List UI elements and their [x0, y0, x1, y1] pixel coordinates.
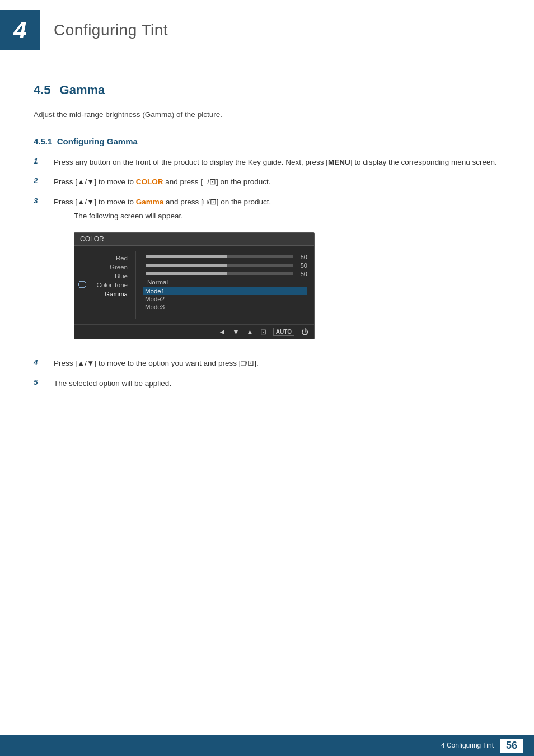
- slider-fill-red: [146, 255, 227, 258]
- steps-list: 1 Press any button on the front of the p…: [34, 156, 500, 390]
- menu-right: 50 50: [136, 251, 314, 319]
- step-3-text: Press [▲/▼] to move to Gamma and press […: [54, 198, 271, 206]
- section-heading: 4.5 Gamma: [34, 83, 500, 97]
- slider-bar-blue: [146, 272, 293, 275]
- auto-label: AUTO: [276, 329, 292, 335]
- page-header: 4 Configuring Tint: [0, 0, 534, 60]
- controls-bar: ◄ ▼ ▲ ⊡ AUTO: [74, 324, 314, 339]
- slider-red: 50: [143, 254, 307, 260]
- slider-value-green: 50: [296, 262, 307, 269]
- left-icon: ◄: [218, 328, 226, 336]
- page-footer: 4 Configuring Tint 56: [0, 735, 534, 756]
- menu-item-blue: Blue: [74, 272, 135, 281]
- monitor-screenshot: COLOR 🖵 Red Green Blue Color Tone Gamma: [74, 232, 315, 339]
- slider-green: 50: [143, 262, 307, 269]
- slider-fill-green: [146, 264, 227, 267]
- control-auto: AUTO: [273, 328, 294, 336]
- gamma-options: Mode1 Mode2 Mode3: [143, 287, 307, 311]
- step-5-number: 5: [34, 377, 49, 386]
- step-5: 5 The selected option will be applied.: [34, 377, 500, 390]
- menu-key: MENU: [328, 158, 350, 166]
- control-down: ▼: [232, 328, 240, 336]
- section-number: 4.5: [34, 83, 51, 97]
- slider-bar-green: [146, 264, 293, 267]
- step-3-content: Press [▲/▼] to move to Gamma and press […: [54, 196, 315, 349]
- gamma-mode3: Mode3: [143, 303, 307, 311]
- subsection-number: 4.5.1: [34, 137, 52, 146]
- color-highlight: COLOR: [136, 178, 163, 186]
- step-2-number: 2: [34, 176, 49, 185]
- step-1-number: 1: [34, 156, 49, 165]
- slider-bar-red: [146, 255, 293, 258]
- menu-header: COLOR: [74, 233, 314, 246]
- control-left: ◄: [218, 328, 226, 336]
- step-2: 2 Press [▲/▼] to move to COLOR and press…: [34, 176, 500, 188]
- step-4-number: 4: [34, 357, 49, 366]
- gamma-mode2: Mode2: [143, 295, 307, 303]
- step-3: 3 Press [▲/▼] to move to Gamma and press…: [34, 196, 500, 349]
- slider-blue: 50: [143, 270, 307, 277]
- chapter-title: Configuring Tint: [54, 21, 168, 39]
- monitor-icon: 🖵: [78, 280, 87, 290]
- slider-value-blue: 50: [296, 270, 307, 277]
- step-4: 4 Press [▲/▼] to move to the option you …: [34, 357, 500, 370]
- control-select: ⊡: [260, 328, 266, 336]
- step-1-text: Press any button on the front of the pro…: [54, 156, 500, 169]
- slider-value-red: 50: [296, 254, 307, 260]
- gamma-mode1: Mode1: [143, 287, 307, 295]
- footer-section-label: 4 Configuring Tint: [441, 741, 494, 749]
- control-power: ⏻: [301, 328, 308, 336]
- up-icon: ▲: [246, 328, 254, 336]
- chapter-number: 4: [13, 17, 26, 44]
- step-1: 1 Press any button on the front of the p…: [34, 156, 500, 169]
- down-icon: ▼: [232, 328, 240, 336]
- step-3-number: 3: [34, 196, 49, 205]
- select-icon: ⊡: [260, 328, 266, 336]
- step-5-text: The selected option will be applied.: [54, 377, 500, 390]
- section-description: Adjust the mid-range brightness (Gamma) …: [34, 109, 500, 121]
- gamma-highlight: Gamma: [136, 198, 164, 206]
- step-3-subtext: The following screen will appear.: [54, 210, 315, 222]
- slider-fill-blue: [146, 272, 227, 275]
- power-icon: ⏻: [301, 328, 308, 336]
- subsection-heading: 4.5.1 Configuring Gamma: [34, 137, 500, 146]
- step-2-text: Press [▲/▼] to move to COLOR and press […: [54, 176, 500, 188]
- main-content: 4.5 Gamma Adjust the mid-range brightnes…: [0, 60, 534, 431]
- footer-page-number: 56: [500, 739, 523, 753]
- control-up: ▲: [246, 328, 254, 336]
- color-tone-row: Normal: [143, 279, 307, 286]
- menu-item-red: Red: [74, 254, 135, 263]
- menu-left: 🖵 Red Green Blue Color Tone Gamma: [74, 251, 136, 319]
- menu-item-green: Green: [74, 263, 135, 272]
- step-4-text: Press [▲/▼] to move to the option you wa…: [54, 357, 500, 370]
- chapter-number-block: 4: [0, 10, 40, 50]
- subsection-title: Configuring Gamma: [57, 137, 138, 146]
- menu-body: 🖵 Red Green Blue Color Tone Gamma: [74, 246, 314, 324]
- menu-item-gamma: Gamma: [74, 290, 135, 298]
- section-title: Gamma: [60, 83, 105, 97]
- color-tone-value: Normal: [147, 279, 168, 286]
